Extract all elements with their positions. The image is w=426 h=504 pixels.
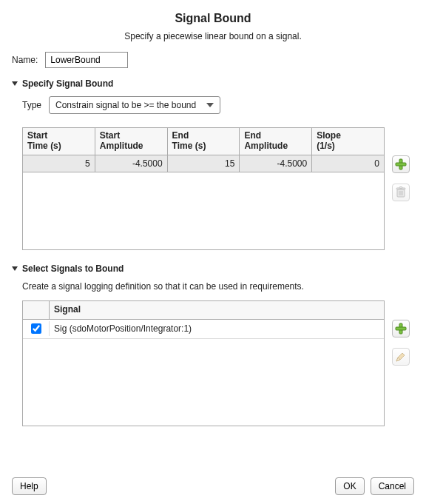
signals-side-buttons	[392, 300, 410, 366]
trash-icon	[396, 187, 406, 198]
cell-end-time[interactable]: 15	[167, 155, 240, 172]
col-start-time: Start Time (s)	[23, 128, 95, 155]
name-input[interactable]	[45, 52, 128, 68]
type-row: Type Constrain signal to be >= the bound	[22, 96, 414, 114]
signal-checkbox[interactable]	[31, 323, 41, 334]
dialog-footer: Help OK Cancel	[12, 477, 414, 495]
ok-button[interactable]: OK	[335, 477, 364, 495]
svg-rect-1	[396, 163, 406, 166]
dialog-subtitle: Specify a piecewise linear bound on a si…	[12, 31, 414, 41]
edit-signal-button[interactable]	[392, 348, 410, 366]
signals-area: Signal Sig (sdoMotorPosition/Integrator:…	[22, 300, 414, 426]
chevron-down-icon	[12, 81, 18, 86]
col-end-amp: End Amplitude	[240, 128, 312, 155]
signal-label: Sig (sdoMotorPosition/Integrator:1)	[50, 323, 384, 334]
signal-bound-dialog: Signal Bound Specify a piecewise linear …	[0, 0, 426, 504]
table-row[interactable]: 5 -4.5000 15 -4.5000 0	[23, 155, 385, 172]
signals-empty-area	[23, 339, 384, 426]
bounds-table-area: Start Time (s) Start Amplitude End Time …	[22, 127, 414, 250]
type-select[interactable]: Constrain signal to be >= the bound	[49, 96, 220, 114]
chevron-down-icon	[206, 103, 214, 107]
add-row-button[interactable]	[392, 155, 410, 173]
col-start-amp: Start Amplitude	[95, 128, 167, 155]
specify-section-title: Specify Signal Bound	[22, 78, 113, 89]
bounds-side-buttons	[392, 127, 410, 201]
cancel-button[interactable]: Cancel	[371, 477, 414, 495]
list-item[interactable]: Sig (sdoMotorPosition/Integrator:1)	[23, 320, 384, 339]
select-signals-section-toggle[interactable]: Select Signals to Bound	[12, 263, 414, 274]
select-signals-helper: Create a signal logging definition so th…	[22, 281, 414, 292]
type-label: Type	[22, 100, 41, 110]
cell-end-amp[interactable]: -4.5000	[240, 155, 312, 172]
signals-header: Signal	[23, 301, 384, 320]
name-row: Name:	[12, 52, 414, 68]
col-end-time: End Time (s)	[167, 128, 240, 155]
svg-rect-4	[399, 187, 402, 189]
bounds-table-wrap: Start Time (s) Start Amplitude End Time …	[22, 127, 385, 250]
type-select-value: Constrain signal to be >= the bound	[55, 100, 196, 110]
add-signal-button[interactable]	[392, 320, 410, 337]
select-signals-section-title: Select Signals to Bound	[22, 263, 124, 274]
plus-icon	[395, 323, 407, 335]
cell-start-amp[interactable]: -4.5000	[95, 155, 167, 172]
delete-row-button[interactable]	[392, 184, 410, 201]
dialog-title: Signal Bound	[12, 12, 414, 25]
col-slope: Slope (1/s)	[312, 128, 385, 155]
help-button[interactable]: Help	[12, 477, 47, 495]
svg-rect-9	[396, 327, 406, 330]
bounds-table-empty-area	[22, 172, 385, 250]
cell-start-time[interactable]: 5	[23, 155, 95, 172]
pencil-icon	[396, 352, 406, 362]
name-label: Name:	[12, 55, 38, 65]
specify-section-toggle[interactable]: Specify Signal Bound	[12, 78, 414, 89]
cell-slope[interactable]: 0	[312, 155, 385, 172]
signals-table: Signal Sig (sdoMotorPosition/Integrator:…	[22, 300, 385, 426]
signals-signal-col-header: Signal	[50, 301, 384, 319]
signals-check-col-header	[23, 301, 50, 319]
plus-icon	[395, 158, 407, 170]
chevron-down-icon	[12, 266, 18, 271]
bounds-table[interactable]: Start Time (s) Start Amplitude End Time …	[22, 127, 385, 172]
